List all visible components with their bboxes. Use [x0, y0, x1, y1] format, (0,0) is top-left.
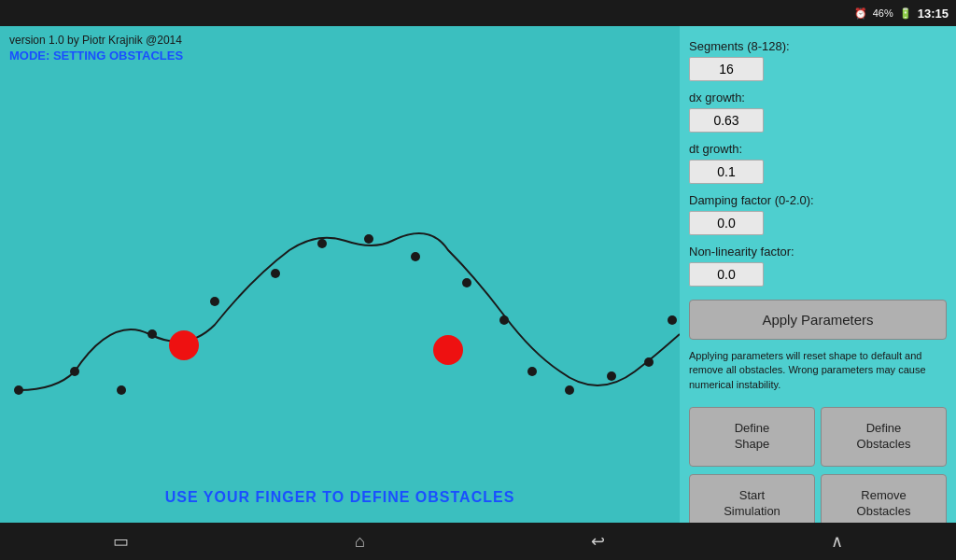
svg-point-0: [14, 385, 23, 395]
dt-growth-input[interactable]: [689, 160, 764, 184]
svg-point-17: [433, 335, 463, 365]
damping-input[interactable]: [689, 211, 764, 235]
nonlinearity-input[interactable]: [689, 262, 764, 287]
canvas-area[interactable]: version 1.0 by Piotr Krajnik @2014 MODE:…: [0, 26, 680, 523]
shape-obstacles-row: DefineShape DefineObstacles: [689, 407, 947, 467]
svg-point-15: [668, 315, 677, 325]
apply-parameters-button[interactable]: Apply Parameters: [689, 300, 947, 340]
define-shape-button[interactable]: DefineShape: [689, 407, 815, 467]
start-simulation-button[interactable]: StartSimulation: [689, 474, 815, 523]
alarm-icon: ⏰: [854, 7, 867, 20]
dx-growth-input[interactable]: [689, 108, 764, 133]
battery-icon: 🔋: [899, 7, 912, 20]
svg-point-13: [607, 371, 616, 381]
svg-point-11: [527, 367, 537, 376]
right-panel: Segments (8-128): dx growth: dt growth: …: [680, 26, 956, 523]
segments-input[interactable]: [689, 57, 764, 81]
recents-icon[interactable]: ▭: [113, 531, 129, 552]
remove-obstacles-button[interactable]: RemoveObstacles: [821, 474, 947, 523]
time-display: 13:15: [918, 7, 949, 21]
warning-text: Applying parameters will reset shape to …: [689, 349, 947, 392]
nav-bar: ▭ ⌂ ↩ ∧: [0, 523, 956, 560]
status-bar: ⏰ 46% 🔋 13:15: [0, 0, 956, 26]
svg-point-3: [148, 329, 157, 339]
svg-point-9: [462, 278, 471, 287]
dt-growth-label: dt growth:: [689, 142, 947, 156]
damping-label: Damping factor (0-2.0):: [689, 193, 947, 207]
svg-point-10: [499, 315, 509, 325]
svg-point-16: [169, 330, 199, 360]
wave-svg: [0, 26, 680, 523]
main-content: version 1.0 by Piotr Krajnik @2014 MODE:…: [0, 26, 956, 523]
nonlinearity-label: Non-linearity factor:: [689, 245, 947, 259]
svg-point-2: [117, 385, 126, 395]
svg-point-6: [317, 239, 327, 248]
up-icon[interactable]: ∧: [831, 531, 843, 552]
svg-point-4: [210, 297, 219, 306]
dx-growth-label: dx growth:: [689, 91, 947, 105]
home-icon[interactable]: ⌂: [355, 532, 365, 552]
svg-point-8: [411, 252, 420, 261]
segments-label: Segments (8-128):: [689, 39, 947, 53]
define-obstacles-button[interactable]: DefineObstacles: [821, 407, 947, 467]
instruction-text: USE YOUR FINGER TO DEFINE OBSTACLES: [0, 489, 680, 506]
svg-point-12: [565, 385, 574, 395]
back-icon[interactable]: ↩: [591, 531, 605, 552]
svg-point-5: [271, 269, 280, 278]
simulation-remove-row: StartSimulation RemoveObstacles: [689, 474, 947, 523]
svg-point-7: [364, 234, 373, 244]
svg-point-14: [644, 357, 654, 367]
battery-level: 46%: [873, 7, 893, 19]
svg-point-1: [70, 367, 79, 376]
